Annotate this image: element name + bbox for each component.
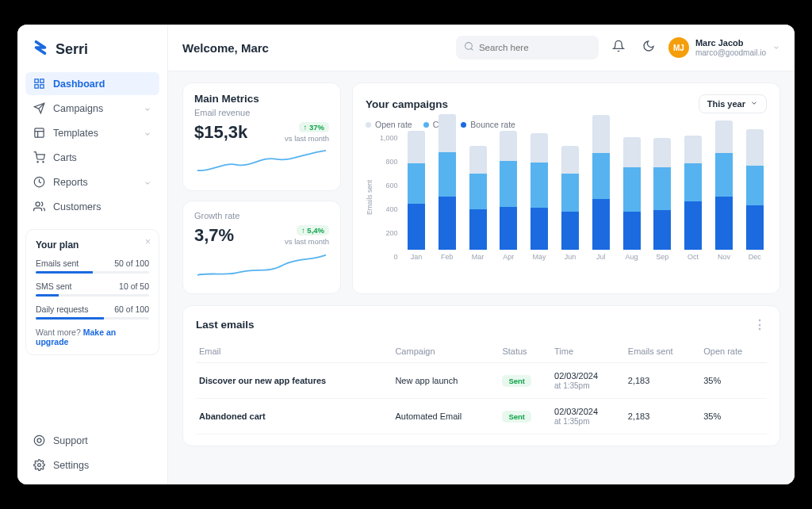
bar-column: Aug	[619, 137, 644, 261]
svg-line-15	[471, 48, 473, 50]
bar-column: Oct	[681, 136, 706, 261]
bar-stack	[530, 133, 548, 250]
status-badge: Sent	[502, 411, 531, 423]
users-icon	[33, 201, 45, 212]
cell-time: 02/03/2024at 1:35pm	[551, 363, 625, 399]
search-input[interactable]	[479, 43, 591, 52]
main-area: Welcome, Marc MJ Marc Jacob marco@goodma…	[168, 25, 795, 484]
svg-point-14	[465, 43, 473, 50]
page-title: Welcome, Marc	[182, 41, 269, 55]
compare-label: vs last month	[285, 237, 329, 246]
nav-item-customers[interactable]: Customers	[25, 195, 159, 218]
chevron-down-icon	[144, 178, 151, 186]
nav-item-carts[interactable]: Carts	[25, 146, 159, 169]
svg-rect-0	[35, 79, 38, 82]
user-menu[interactable]: MJ Marc Jacob marco@goodmail.io	[668, 37, 780, 58]
brand-logo[interactable]: Serri	[25, 36, 159, 72]
bar-column: Jan	[404, 131, 429, 261]
table-header: Emails sent	[625, 340, 700, 363]
bar-column: Mar	[465, 146, 490, 261]
y-tick: 200	[386, 229, 398, 237]
nav-label: Settings	[53, 460, 89, 471]
bar-stack	[439, 114, 456, 250]
x-tick: Dec	[749, 253, 761, 261]
range-label: This year	[707, 99, 745, 109]
bar-column: Nov	[712, 121, 737, 261]
cell-status: Sent	[499, 399, 551, 434]
x-tick: Apr	[503, 253, 514, 261]
nav-item-reports[interactable]: Reports	[25, 170, 159, 193]
table-row[interactable]: Abandoned cart Automated Email Sent 02/0…	[196, 399, 767, 434]
x-tick: Oct	[688, 253, 699, 261]
chevron-down-icon	[144, 105, 151, 113]
theme-toggle[interactable]	[638, 37, 659, 58]
nav-label: Reports	[53, 177, 88, 188]
plan-row: Emails sent50 of 100	[36, 258, 149, 268]
svg-rect-1	[40, 79, 44, 82]
lifebuoy-icon	[33, 434, 45, 446]
grid-icon	[33, 78, 45, 90]
cell-email: Abandoned cart	[196, 399, 392, 434]
cell-open-rate: 35%	[700, 363, 767, 399]
campaigns-chart-card: Your campaigns This year Open rateCTRBou…	[352, 82, 780, 294]
layout-icon	[33, 127, 45, 139]
nav-item-support[interactable]: Support	[25, 429, 159, 452]
svg-rect-2	[35, 85, 38, 88]
nav-item-dashboard[interactable]: Dashboard	[25, 72, 159, 95]
table-row[interactable]: Discover our new app features New app la…	[196, 363, 767, 399]
plan-progress	[36, 271, 149, 274]
cell-open-rate: 35%	[700, 399, 767, 434]
nav-item-campaigns[interactable]: Campaigns	[25, 97, 159, 120]
topbar: Welcome, Marc MJ Marc Jacob marco@goodma…	[168, 25, 795, 71]
metric-value: 3,7%	[194, 225, 234, 246]
delta-badge: ↑ 37%	[299, 122, 329, 132]
bar-stack	[500, 131, 517, 250]
svg-point-13	[38, 464, 41, 467]
user-email: marco@goodmail.io	[695, 48, 766, 57]
nav-label: Support	[53, 435, 88, 446]
search-field[interactable]	[456, 36, 599, 59]
plan-title: Your plan	[36, 239, 149, 251]
bell-icon	[612, 40, 625, 55]
notifications-button[interactable]	[608, 37, 629, 58]
avatar: MJ	[668, 37, 689, 58]
plan-upgrade-text: Want more? Make an upgrade	[36, 327, 149, 346]
growth-rate-card: Growth rate 3,7% ↑ 5,4% vs last month	[182, 201, 341, 294]
nav-label: Customers	[53, 201, 101, 212]
svg-rect-4	[35, 128, 44, 137]
status-badge: Sent	[502, 375, 531, 387]
date-range-button[interactable]: This year	[699, 94, 767, 113]
table-header: Campaign	[392, 340, 499, 363]
x-tick: Jun	[565, 253, 576, 261]
more-menu-button[interactable]: ⋮	[753, 317, 767, 332]
table-header: Time	[551, 340, 625, 363]
x-tick: Jul	[596, 253, 606, 261]
nav-label: Carts	[53, 152, 77, 163]
y-tick: 400	[386, 205, 398, 213]
close-icon[interactable]: ×	[145, 236, 151, 247]
y-tick: 800	[386, 158, 398, 166]
bar-column: Jun	[558, 146, 583, 261]
sparkline-growth	[194, 252, 329, 281]
nav-item-templates[interactable]: Templates	[25, 121, 159, 144]
plan-card: × Your plan Emails sent50 of 100SMS sent…	[25, 229, 159, 355]
metric-label: Email revenue	[194, 108, 329, 117]
nav-label: Dashboard	[53, 78, 105, 90]
svg-rect-3	[40, 85, 44, 88]
paper-plane-icon	[33, 102, 45, 114]
cell-email: Discover our new app features	[196, 363, 392, 399]
plan-progress	[36, 317, 149, 320]
sidebar-bottom: Support Settings	[25, 423, 159, 476]
search-icon	[464, 40, 474, 55]
compare-label: vs last month	[285, 134, 329, 143]
clock-icon	[33, 176, 45, 188]
main-metrics-title: Main Metrics	[194, 93, 329, 105]
nav-item-settings[interactable]: Settings	[25, 454, 159, 476]
legend-item: Open rate	[366, 120, 412, 129]
bar-stack	[623, 137, 641, 250]
bar-column: May	[527, 133, 552, 261]
nav-label: Templates	[53, 128, 98, 139]
table-header: Status	[499, 340, 551, 363]
moon-icon	[642, 40, 655, 55]
plan-progress	[36, 294, 149, 297]
